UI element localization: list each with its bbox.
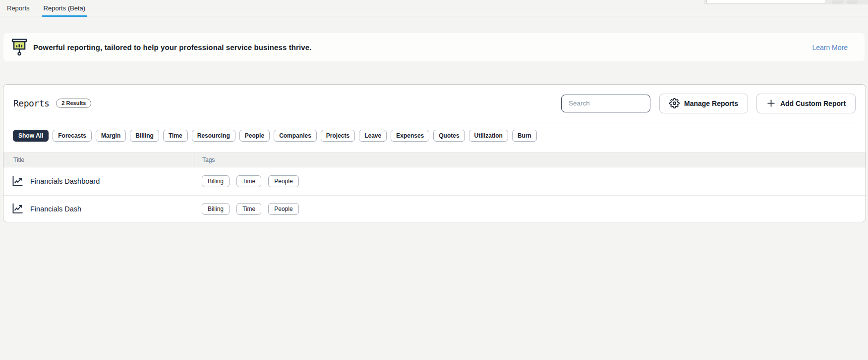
tag-pill: Time bbox=[236, 175, 261, 187]
tab-reports[interactable]: Reports bbox=[0, 0, 37, 16]
reports-panel: Reports 2 Results Manage Reports bbox=[3, 84, 866, 222]
report-title: Financials Dash bbox=[30, 205, 81, 213]
page-title: Reports bbox=[13, 98, 49, 108]
reports-table: Title Tags Financials Dashboard BillingT… bbox=[3, 153, 866, 222]
filter-chip-show-all[interactable]: Show All bbox=[13, 130, 49, 142]
presentation-chart-icon bbox=[11, 38, 27, 56]
filter-chip-resourcing[interactable]: Resourcing bbox=[192, 130, 235, 142]
table-row[interactable]: Financials Dashboard BillingTimePeople bbox=[3, 167, 866, 196]
learn-more-link[interactable]: Learn More bbox=[812, 44, 848, 51]
filter-chip-quotes[interactable]: Quotes bbox=[433, 130, 464, 142]
table-header: Title Tags bbox=[3, 153, 866, 167]
filter-chip-margin[interactable]: Margin bbox=[96, 130, 126, 142]
filter-chip-burn[interactable]: Burn bbox=[512, 130, 537, 142]
filter-chip-projects[interactable]: Projects bbox=[321, 130, 355, 142]
report-title-cell[interactable]: Financials Dashboard bbox=[3, 176, 193, 187]
add-custom-report-button[interactable]: Add Custom Report bbox=[756, 94, 856, 113]
column-header-title: Title bbox=[3, 156, 193, 163]
header-actions: Manage Reports Add Custom Report bbox=[561, 94, 856, 113]
search-input[interactable] bbox=[561, 95, 650, 112]
manage-reports-label: Manage Reports bbox=[684, 100, 738, 107]
results-count-badge: 2 Results bbox=[56, 99, 91, 108]
filter-chip-expenses[interactable]: Expenses bbox=[391, 130, 429, 142]
filter-chip-billing[interactable]: Billing bbox=[130, 130, 159, 142]
tag-pill: People bbox=[268, 203, 298, 215]
table-body: Financials Dashboard BillingTimePeople F… bbox=[3, 167, 866, 222]
table-row[interactable]: Financials Dash BillingTimePeople bbox=[3, 196, 866, 222]
add-custom-report-label: Add Custom Report bbox=[780, 100, 846, 107]
filter-chip-utilization[interactable]: Utilization bbox=[469, 130, 508, 142]
filter-chip-companies[interactable]: Companies bbox=[274, 130, 317, 142]
tag-pill: Time bbox=[236, 203, 261, 215]
tag-pill: People bbox=[268, 175, 298, 187]
column-header-tags: Tags bbox=[193, 153, 866, 167]
tag-pill: Billing bbox=[202, 203, 230, 215]
gear-icon bbox=[669, 98, 680, 108]
tab-bar: Reports Reports (Beta) bbox=[0, 0, 868, 16]
report-title: Financials Dashboard bbox=[30, 177, 100, 185]
banner-message: Powerful reporting, tailored to help you… bbox=[33, 43, 311, 51]
filter-chip-time[interactable]: Time bbox=[163, 130, 188, 142]
promo-banner: Powerful reporting, tailored to help you… bbox=[3, 33, 865, 61]
filter-chip-people[interactable]: People bbox=[239, 130, 270, 142]
report-tags-cell: BillingTimePeople bbox=[193, 175, 866, 187]
tag-pill: Billing bbox=[202, 175, 230, 187]
line-chart-icon bbox=[11, 203, 24, 214]
filter-chip-leave[interactable]: Leave bbox=[359, 130, 387, 142]
plus-icon bbox=[766, 99, 776, 108]
filter-chip-forecasts[interactable]: Forecasts bbox=[53, 130, 92, 142]
report-tags-cell: BillingTimePeople bbox=[193, 203, 866, 215]
panel-header: Reports 2 Results Manage Reports bbox=[3, 85, 866, 113]
filter-chips-row: Show AllForecastsMarginBillingTimeResour… bbox=[3, 122, 866, 142]
line-chart-icon bbox=[11, 176, 24, 187]
report-title-cell[interactable]: Financials Dash bbox=[3, 203, 193, 214]
manage-reports-button[interactable]: Manage Reports bbox=[659, 94, 748, 113]
tab-reports-beta[interactable]: Reports (Beta) bbox=[37, 0, 93, 16]
